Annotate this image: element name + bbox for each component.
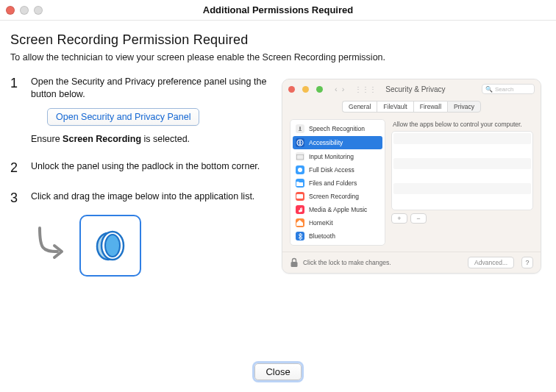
ensure-bold: Screen Recording <box>63 134 141 144</box>
step-2-text: Unlock the panel using the padlock in th… <box>31 160 282 173</box>
home-icon <box>296 218 304 227</box>
list-row <box>393 133 531 144</box>
list-row <box>393 196 531 207</box>
svg-rect-10 <box>291 262 297 267</box>
drag-area <box>32 215 282 277</box>
shot-zoom-icon <box>316 86 323 93</box>
accessibility-icon <box>296 138 304 147</box>
sidebar-item-fulldisk: Full Disk Access <box>291 163 385 177</box>
list-row <box>393 146 531 157</box>
help-button: ? <box>521 257 533 268</box>
privacy-panel: Allow the apps below to control your com… <box>391 119 533 246</box>
panel-head: Allow the apps below to control your com… <box>393 121 533 128</box>
privacy-sidebar: Speech Recognition Accessibility Input M… <box>290 119 385 246</box>
music-icon <box>296 205 304 214</box>
tab-general: General <box>342 101 377 113</box>
tab-privacy: Privacy <box>447 101 481 113</box>
svg-point-8 <box>298 168 302 172</box>
step-3: 3 Click and drag the image below into th… <box>10 190 282 204</box>
step-2: 2 Unlock the panel using the padlock in … <box>10 160 282 174</box>
list-row <box>393 183 531 194</box>
shot-footer: Click the lock to make changes. Advanced… <box>282 252 541 273</box>
sidebar-item-homekit: HomeKit <box>291 216 385 229</box>
close-button[interactable]: Close <box>254 363 301 380</box>
sidebar-item-files: Files and Folders <box>291 177 385 190</box>
shot-minimize-icon <box>302 86 309 93</box>
keyboard-icon <box>296 152 304 161</box>
tab-filevault: FileVault <box>377 101 413 113</box>
svg-point-6 <box>299 140 301 142</box>
shot-footer-text: Click the lock to make changes. <box>303 259 391 266</box>
svg-rect-4 <box>299 130 302 131</box>
svg-rect-9 <box>296 194 303 199</box>
search-icon: 🔍 <box>485 86 493 93</box>
open-security-panel-button[interactable]: Open Security and Privacy Panel <box>47 108 199 126</box>
shot-search-placeholder: Search <box>495 86 513 93</box>
screen-recording-icon <box>296 192 304 201</box>
step-3-number: 3 <box>10 190 31 204</box>
disk-icon <box>296 165 304 174</box>
step-2-number: 2 <box>10 160 31 174</box>
step-1-text: Open the Security and Privacy preference… <box>31 76 282 101</box>
step-3-text: Click and drag the image below into the … <box>31 190 282 203</box>
app-icon <box>91 227 129 265</box>
step-1: 1 Open the Security and Privacy preferen… <box>10 76 282 146</box>
tab-firewall: Firewall <box>413 101 447 113</box>
ensure-pre: Ensure <box>31 134 63 144</box>
drag-app-tile[interactable] <box>79 215 141 277</box>
advanced-button: Advanced... <box>468 257 514 268</box>
app-list <box>391 131 533 210</box>
svg-point-2 <box>105 235 120 257</box>
drag-arrow-icon <box>32 227 68 265</box>
sidebar-item-bluetooth: Bluetooth <box>291 229 385 243</box>
ensure-post: is selected. <box>141 134 190 144</box>
bluetooth-icon <box>296 232 304 240</box>
sidebar-item-speech: Speech Recognition <box>291 122 385 135</box>
shot-title: Security & Privacy <box>385 85 445 93</box>
folder-icon <box>296 179 304 188</box>
shot-search: 🔍 Search <box>482 84 535 94</box>
shot-nav: ‹› <box>335 85 344 93</box>
page-subtitle: To allow the technician to view your scr… <box>10 52 541 63</box>
sidebar-item-screenrec: Screen Recording <box>291 190 385 203</box>
remove-app-button: − <box>410 213 427 224</box>
nav-fwd-icon: › <box>342 85 345 93</box>
shot-tabs: General FileVault Firewall Privacy <box>282 99 541 116</box>
page-title: Screen Recording Permission Required <box>10 32 541 48</box>
window-titlebar: Additional Permissions Required <box>0 0 556 21</box>
shot-titlebar: ‹› ⋮⋮⋮ Security & Privacy 🔍 Search <box>282 79 541 99</box>
lock-icon <box>290 257 299 268</box>
grid-icon: ⋮⋮⋮ <box>354 85 377 93</box>
sidebar-item-input: Input Monitoring <box>291 150 385 163</box>
list-row <box>393 158 531 169</box>
system-preferences-screenshot: ‹› ⋮⋮⋮ Security & Privacy 🔍 Search Gener… <box>282 79 541 274</box>
step-1-ensure: Ensure Screen Recording is selected. <box>31 133 282 146</box>
shot-close-icon <box>288 86 295 93</box>
svg-rect-7 <box>296 154 304 160</box>
sidebar-item-media: Media & Apple Music <box>291 203 385 216</box>
list-row <box>393 171 531 182</box>
svg-rect-3 <box>299 126 301 130</box>
speech-icon <box>296 124 304 133</box>
sidebar-item-accessibility: Accessibility <box>293 136 382 149</box>
add-app-button: + <box>391 213 407 224</box>
nav-back-icon: ‹ <box>335 85 338 93</box>
step-1-number: 1 <box>10 76 31 90</box>
window-title: Additional Permissions Required <box>0 4 556 15</box>
